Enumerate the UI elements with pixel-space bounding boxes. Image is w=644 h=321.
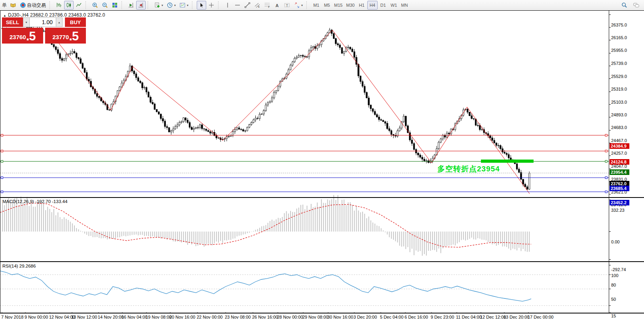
chartshift-icon (138, 2, 144, 8)
equidistant-channel-button[interactable]: E (253, 1, 262, 9)
line-chart-icon (76, 2, 82, 8)
search-button[interactable] (619, 1, 629, 9)
vertical-line-button[interactable] (223, 1, 232, 9)
buy-price-button[interactable]: 23770.5 (45, 28, 86, 44)
time-axis-label: 29 Nov 08:00 (302, 315, 328, 319)
volume-down-button[interactable]: ▼ (23, 17, 30, 27)
toolbar-right-group (619, 1, 644, 9)
arrows-button[interactable]: ▾ (292, 1, 304, 9)
templates-button[interactable]: ▾ (178, 1, 190, 9)
macd-rsi-divider[interactable] (0, 261, 644, 262)
candlestick-button[interactable] (64, 1, 74, 9)
auto-trading-button[interactable]: 自动交易 (18, 1, 47, 9)
chart-canvas[interactable] (0, 11, 644, 313)
timeframe-h1-button[interactable]: H1 (357, 1, 367, 9)
horizontal-levels[interactable] (0, 134, 609, 193)
text-a-icon: A (274, 2, 280, 8)
zoom-out-icon (102, 2, 108, 8)
axis-tick-label: 25529.0 (611, 74, 627, 79)
vline-icon (224, 2, 231, 8)
tile-windows-button[interactable] (110, 1, 120, 9)
main-macd-divider[interactable] (0, 197, 644, 198)
timeframe-mn-button[interactable]: MN (399, 1, 410, 9)
level-price-label: 24384.9 (610, 143, 629, 149)
pivot-annotation-text[interactable]: 多空转折点23954 (437, 164, 500, 174)
text-label-button[interactable]: T (282, 1, 292, 9)
timeframe-m5-button[interactable]: M5 (322, 1, 332, 9)
clock-icon (167, 2, 173, 8)
search-icon (621, 2, 627, 8)
time-axis-label: 7 Nov 2018 (1, 315, 23, 319)
axis-tick-label: 332.23 (611, 208, 625, 213)
auto-scroll-button[interactable] (126, 1, 136, 9)
collapse-arrow-icon[interactable]: ▲ (3, 14, 6, 17)
arrows-icon (294, 2, 300, 8)
template-icon (179, 2, 186, 8)
zoom-out-button[interactable] (100, 1, 110, 9)
crosshair-button[interactable] (207, 1, 216, 9)
time-axis-label: 30 Nov 16:00 (327, 315, 353, 319)
toolbar: 单自动交易▾▾▾EFAT▾M1M5M15M30H1H4D1W1MN (0, 0, 644, 10)
axis-tick-label: 0.00 (611, 239, 619, 244)
timeframe-w1-button[interactable]: W1 (389, 1, 399, 9)
timeframe-d1-button[interactable]: D1 (378, 1, 388, 9)
buy-button[interactable]: BUY (65, 17, 86, 27)
time-axis-label: 22 Nov 00:00 (197, 315, 222, 319)
line-handle (605, 150, 607, 152)
timeframe-m30-button[interactable]: M30 (344, 1, 356, 9)
sell-price-main: 23760 (9, 32, 26, 42)
bar-chart-button[interactable] (54, 1, 64, 9)
time-axis-label: 28 Nov 00:00 (277, 315, 303, 319)
price-axis-divider[interactable] (609, 10, 609, 313)
text-button[interactable]: A (272, 1, 282, 9)
fibonacci-button[interactable]: F (262, 1, 272, 9)
trendline-button[interactable] (243, 1, 252, 9)
svg-text:T: T (286, 4, 288, 8)
time-axis-label: 20 Nov 16:00 (169, 315, 195, 319)
cursor-button[interactable] (197, 1, 206, 9)
dropdown-arrow-icon[interactable]: ▾ (161, 4, 163, 7)
level-price-label: 23954.4 (610, 169, 629, 175)
rsi-header: RSI(14) 29.2686 (2, 264, 36, 268)
axis-tick-label: -292.74 (611, 267, 626, 272)
time-axis-label: 6 Dec 16:00 (405, 315, 428, 319)
macd-header: MACD(12,26,9) -192.70 -133.44 (2, 199, 67, 204)
sell-price-button[interactable]: 23760.5 (2, 28, 43, 44)
line-chart-button[interactable] (74, 1, 84, 9)
volume-input[interactable]: 1.00 (30, 17, 56, 27)
dropdown-arrow-icon[interactable]: ▾ (174, 4, 176, 7)
chat-button[interactable] (631, 1, 641, 9)
axis-tick-label: 25319.0 (611, 87, 627, 91)
buy-price-main: 23770 (52, 32, 69, 42)
axis-tick-label: 24257.0 (611, 151, 627, 156)
axis-tick-label: 100 (611, 273, 618, 278)
line-handle (1, 160, 3, 162)
timeframe-m15-button[interactable]: M15 (332, 1, 344, 9)
periods-button[interactable]: ▾ (165, 1, 177, 9)
line-handle (605, 191, 607, 193)
zoom-in-button[interactable] (90, 1, 100, 9)
new-order-button[interactable] (8, 1, 18, 9)
svg-text:F: F (268, 6, 270, 8)
time-axis-label: 13 Dec 20:00 (503, 315, 529, 319)
bar-chart-icon (56, 2, 62, 8)
sell-button[interactable]: SELL (2, 17, 23, 27)
timeframe-m1-button[interactable]: M1 (311, 1, 321, 9)
dropdown-arrow-icon[interactable]: ▾ (301, 4, 303, 7)
indicators-button[interactable]: ▾ (152, 1, 165, 9)
pivot-highlight-bar[interactable] (481, 160, 534, 163)
axis-tick-label: 25955.0 (611, 48, 627, 53)
level-price-label: 23452.2 (610, 200, 629, 205)
volume-up-button[interactable]: ▲ (56, 17, 63, 27)
toolbar-separator (218, 1, 221, 9)
chart-title: ▲DJ30-,H4 23682.0 23786.0 23463.0 23762.… (3, 12, 105, 18)
dropdown-arrow-icon[interactable]: ▾ (187, 4, 188, 7)
time-axis-label: 11 Dec 04:00 (456, 315, 482, 319)
rsi-line (0, 271, 531, 301)
timeframe-h4-button[interactable]: H4 (367, 1, 378, 9)
crosshair-icon (208, 2, 215, 8)
horizontal-line-button[interactable] (233, 1, 242, 9)
axis-tick-label: 24683.0 (611, 125, 627, 130)
chart-shift-button[interactable] (136, 1, 146, 9)
line-handle (605, 160, 607, 162)
